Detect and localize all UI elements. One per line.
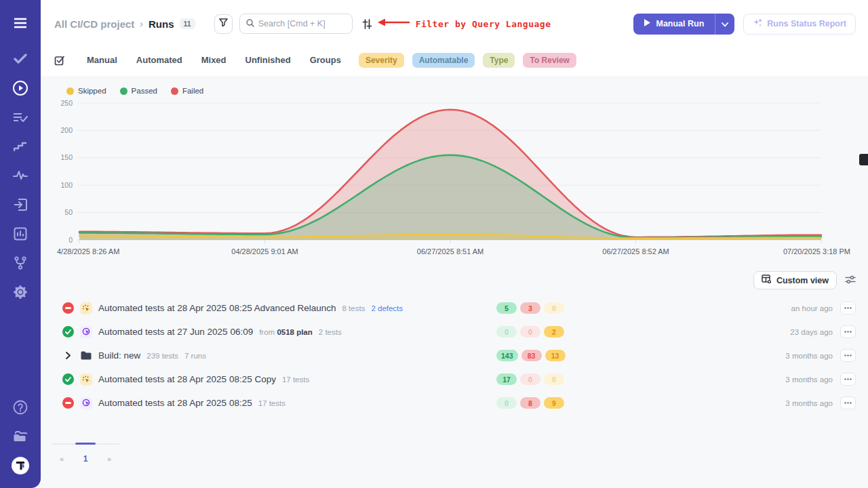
tab-automated[interactable]: Automated: [136, 55, 182, 65]
app-logo[interactable]: [12, 457, 29, 474]
passed-pill: 0: [496, 397, 517, 409]
automated-sparkle-icon: [80, 373, 92, 386]
tab-mixed[interactable]: Mixed: [201, 55, 226, 65]
run-defects-link[interactable]: 2 defects: [371, 304, 403, 312]
breadcrumb-project[interactable]: All CI/CD project: [54, 18, 134, 30]
tests-icon[interactable]: [12, 50, 29, 68]
automated-sparkle-icon: [80, 302, 92, 314]
tab-manual[interactable]: Manual: [87, 55, 117, 65]
pagination-next-button[interactable]: »: [107, 454, 111, 464]
svg-text:250: 250: [60, 99, 73, 107]
pulse-icon[interactable]: [12, 167, 29, 184]
svg-text:04/28/2025 9:01 AM: 04/28/2025 9:01 AM: [231, 247, 298, 256]
tab-unfinished[interactable]: Unfinished: [245, 55, 291, 65]
legend-passed-label: Passed: [132, 87, 157, 95]
run-row[interactable]: Automated tests at 28 Apr 2025 08:25 Adv…: [54, 296, 856, 320]
analytics-icon[interactable]: [12, 225, 29, 243]
manual-run-dropdown-button[interactable]: [715, 14, 734, 35]
manual-run-button[interactable]: Manual Run: [633, 14, 715, 35]
help-icon[interactable]: [12, 399, 29, 416]
svg-text:07/20/2025 3:18 PM: 07/20/2025 3:18 PM: [783, 247, 850, 256]
svg-text:150: 150: [60, 153, 73, 161]
failed-status-icon: [62, 302, 74, 314]
row-actions-button[interactable]: [840, 302, 856, 314]
manual-run-label: Manual Run: [656, 19, 704, 28]
filter-button[interactable]: [214, 14, 233, 34]
branches-icon[interactable]: [12, 254, 29, 272]
passed-pill: 0: [496, 326, 517, 338]
run-group-row[interactable]: Build: new 239 tests 7 runs 143 83 13 3 …: [54, 344, 856, 367]
import-icon[interactable]: [12, 196, 29, 214]
scrollbar-thumb[interactable]: [859, 154, 868, 165]
main-content: All CI/CD project › Runs 11: [41, 0, 868, 488]
breadcrumb-page-title: Runs: [149, 18, 174, 30]
menu-icon[interactable]: [12, 14, 29, 32]
group-tests-count: 239 tests: [146, 352, 178, 360]
run-info: Automated tests at 27 Jun 2025 06:09 fro…: [54, 326, 496, 338]
view-settings-icon[interactable]: [845, 274, 856, 287]
chevron-right-icon[interactable]: [62, 352, 74, 359]
row-actions-button[interactable]: [840, 373, 856, 386]
row-actions-button[interactable]: [840, 349, 856, 362]
group-title: Build: new: [98, 350, 140, 361]
svg-text:0: 0: [68, 236, 73, 244]
pagination-active-indicator: [75, 443, 96, 445]
run-right: an hour ago: [791, 302, 856, 314]
skipped-dot-icon: [66, 87, 74, 95]
run-row[interactable]: Automated tests at 28 Apr 2025 08:25 17 …: [54, 391, 856, 415]
row-actions-button[interactable]: [840, 396, 856, 409]
svg-text:200: 200: [60, 126, 73, 134]
run-row[interactable]: Automated tests at 27 Jun 2025 06:09 fro…: [54, 320, 856, 344]
result-pills: 17 0 0: [496, 373, 564, 385]
chart-legend: Skipped Passed Failed: [54, 83, 856, 96]
result-pills: 0 0 2: [496, 326, 564, 338]
run-row[interactable]: Automated tests at 28 Apr 2025 08:25 Cop…: [54, 367, 856, 391]
search-input[interactable]: [258, 19, 346, 28]
failed-status-icon: [62, 397, 74, 409]
pagination-page-1[interactable]: 1: [83, 454, 88, 464]
play-icon: [644, 19, 650, 28]
sidebar-bottom: [12, 399, 29, 474]
custom-view-button[interactable]: Custom view: [753, 271, 837, 289]
run-tests-count: 2 tests: [319, 328, 342, 336]
row-actions-button[interactable]: [840, 325, 856, 338]
tab-groups[interactable]: Groups: [310, 55, 341, 65]
run-plan-ref: from 0518 plan: [259, 328, 313, 336]
legend-skipped-label: Skipped: [78, 87, 106, 95]
failed-pill: 0: [520, 373, 540, 385]
run-tests-count: 17 tests: [258, 399, 285, 407]
legend-failed-label: Failed: [182, 87, 203, 95]
run-info: Automated tests at 28 Apr 2025 08:25 Adv…: [54, 302, 496, 314]
test-plans-icon[interactable]: [12, 108, 29, 126]
passed-dot-icon: [120, 87, 127, 95]
run-time: an hour ago: [791, 304, 833, 312]
filter-tag-type[interactable]: Type: [483, 53, 515, 68]
filter-tag-automatable[interactable]: Automatable: [412, 53, 475, 68]
run-right: 3 months ago: [785, 373, 856, 386]
pagination-track: [52, 443, 119, 445]
settings-icon[interactable]: [12, 283, 29, 301]
filter-tag-severity[interactable]: Severity: [359, 53, 404, 68]
query-language-filter-icon[interactable]: [362, 19, 372, 29]
result-pills: 0 8 9: [496, 397, 564, 409]
legend-failed[interactable]: Failed: [171, 87, 203, 95]
run-time: 23 days ago: [790, 328, 833, 336]
run-title: Automated tests at 28 Apr 2025 08:25: [98, 398, 252, 408]
select-all-icon[interactable]: [54, 55, 65, 66]
run-title: Automated tests at 27 Jun 2025 06:09: [98, 327, 253, 337]
legend-passed[interactable]: Passed: [120, 87, 157, 95]
run-time: 3 months ago: [785, 399, 833, 407]
run-info: Automated tests at 28 Apr 2025 08:25 Cop…: [54, 373, 496, 386]
pagination-prev-button[interactable]: «: [60, 454, 64, 464]
svg-text:50: 50: [64, 208, 73, 216]
folder-icon: [80, 351, 92, 360]
filter-tag-to-review[interactable]: To Review: [523, 53, 576, 68]
runs-icon[interactable]: [12, 79, 29, 97]
skipped-pill: 9: [544, 397, 564, 409]
run-right: 3 months ago: [785, 396, 856, 409]
skipped-pill: 0: [544, 302, 564, 314]
steps-icon[interactable]: [12, 138, 29, 155]
projects-icon[interactable]: [12, 428, 29, 445]
runs-status-report-button[interactable]: Runs Status Report: [743, 14, 856, 35]
legend-skipped[interactable]: Skipped: [66, 87, 106, 95]
